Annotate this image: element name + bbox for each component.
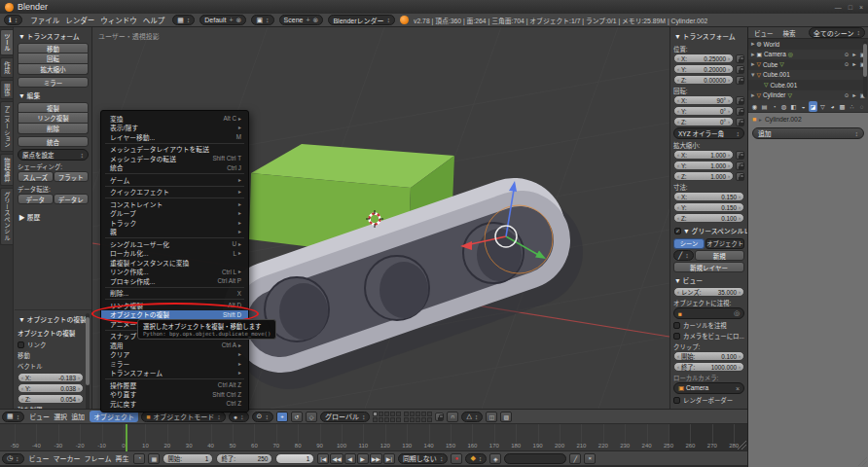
decrement-icon[interactable]: ‹: [21, 375, 23, 380]
properties-tab-physics[interactable]: ◌: [857, 101, 866, 112]
panel-header-history[interactable]: ▶ 履歴: [18, 210, 89, 224]
link-checkbox-row[interactable]: リンク: [18, 340, 84, 349]
rotation-mode-dropdown[interactable]: XYZ オイラー角 ↕: [673, 127, 744, 139]
properties-tab-texture[interactable]: ▩: [838, 101, 847, 112]
decrement-icon[interactable]: ‹: [677, 97, 679, 103]
tool-button[interactable]: リンク複製: [18, 113, 89, 124]
outliner-filter-dropdown[interactable]: 全てのシーン ↕: [809, 27, 865, 38]
outliner-row[interactable]: ▸▣Camera◎⊙►▣: [748, 50, 868, 60]
menu-item[interactable]: メッシュデータの転送Shift Ctrl T: [101, 154, 248, 163]
layer-cell[interactable]: [396, 412, 401, 416]
menu-item[interactable]: メッシュデータレイアウトを転送: [101, 145, 248, 155]
eyedropper-icon[interactable]: ◎: [734, 309, 740, 317]
timeline-menu[interactable]: マーカー: [52, 453, 83, 463]
increment-icon[interactable]: ›: [739, 215, 741, 221]
menu-item[interactable]: ミラー▸: [101, 359, 248, 369]
decrement-icon[interactable]: ‹: [677, 77, 679, 83]
shelf-tab-5[interactable]: グリースペンシル: [0, 188, 13, 244]
playback-button[interactable]: |◀: [317, 453, 329, 464]
operator-panel-header[interactable]: ▼ オブジェクトの複製: [18, 312, 84, 326]
decrement-icon[interactable]: ‹: [677, 152, 679, 158]
menu-item[interactable]: プロキシ作成...Ctrl Alt P: [101, 276, 248, 286]
rotation-field[interactable]: ‹Z:0°›: [673, 117, 734, 126]
properties-tab-material[interactable]: ◕: [828, 101, 837, 112]
menu-item[interactable]: 変換Alt C▸: [101, 114, 248, 124]
increment-icon[interactable]: ›: [728, 55, 730, 61]
start-frame-field[interactable]: 開始: 1: [163, 453, 213, 464]
menu-item[interactable]: 表示/隠す▸: [101, 124, 248, 133]
manipulator-toggle-button[interactable]: +: [276, 412, 288, 422]
scene-select[interactable]: Scene + ⊗: [279, 15, 324, 25]
decrement-icon[interactable]: ‹: [677, 108, 679, 114]
lock-icon[interactable]: [736, 65, 744, 74]
menu-item[interactable]: 適用Ctrl A▸: [101, 341, 248, 350]
lens-field[interactable]: ‹ レンズ: 35.000 ›: [673, 287, 744, 297]
vector-field[interactable]: ‹Y:0.038›: [18, 383, 84, 393]
end-frame-field[interactable]: 終了: 250: [216, 453, 272, 464]
menu-item[interactable]: 削除...X: [101, 289, 248, 299]
dimension-field[interactable]: ‹Y:0.150›: [673, 202, 744, 212]
rotation-field[interactable]: ‹X:90°›: [673, 95, 734, 105]
join-button[interactable]: 統合: [18, 136, 89, 147]
tool-button[interactable]: 拡大縮小: [18, 64, 89, 75]
timeline-menu[interactable]: 再生: [113, 453, 130, 463]
clip-end-field[interactable]: ‹ 終了: 1000.000 ›: [673, 362, 744, 372]
shading-button[interactable]: フラット: [54, 171, 90, 182]
properties-tab-world[interactable]: ◍: [779, 101, 788, 112]
selectable-icon[interactable]: ►: [851, 92, 856, 98]
location-field[interactable]: ‹Z:0.00000›: [673, 75, 734, 85]
decrement-icon[interactable]: ‹: [677, 364, 679, 370]
delete-keyframe-button[interactable]: ×: [584, 453, 596, 464]
manipulator-scale-button[interactable]: ◇: [306, 412, 317, 422]
npanel-transform-header[interactable]: ▼ トランスフォーム: [673, 29, 744, 43]
menu-item[interactable]: シングルユーザー化U▸: [101, 239, 248, 249]
menu-item[interactable]: クリア▸: [101, 350, 248, 360]
outliner-row[interactable]: ▸▽Cube▽⊙►▣: [748, 59, 868, 70]
orientation-dropdown[interactable]: グローバル ↕: [320, 412, 370, 422]
location-field[interactable]: ‹X:0.25000›: [673, 54, 734, 63]
selectable-icon[interactable]: ►: [851, 61, 856, 67]
menu-ウィンドウ[interactable]: ウィンドウ: [97, 17, 140, 25]
mirror-button[interactable]: ミラー: [18, 77, 89, 88]
increment-icon[interactable]: ›: [739, 289, 741, 295]
data-transfer-button[interactable]: データ: [18, 194, 54, 204]
increment-icon[interactable]: ›: [728, 97, 730, 103]
location-field[interactable]: ‹Y:0.20000›: [673, 64, 734, 74]
current-frame-field[interactable]: 1: [275, 453, 314, 464]
scale-field[interactable]: ‹Y:1.000›: [673, 161, 734, 170]
outliner-row[interactable]: ▽Cube.001: [748, 80, 868, 90]
layer-cell[interactable]: [427, 417, 432, 422]
outliner-menu[interactable]: 検索: [780, 28, 799, 38]
expander-icon[interactable]: ▸: [751, 51, 755, 58]
lock-camera-checkbox[interactable]: [673, 333, 680, 340]
menu-item[interactable]: 重複製インスタンスに変換: [101, 258, 248, 268]
preview-range-icon[interactable]: ◔: [133, 453, 145, 464]
screen-layout-select[interactable]: Default + ⊗: [199, 15, 246, 25]
panel-header-edit[interactable]: ▼ 編集: [18, 89, 89, 102]
decrement-icon[interactable]: ‹: [677, 194, 679, 199]
insert-keyframe-button[interactable]: ╱: [569, 453, 581, 464]
increment-icon[interactable]: ›: [739, 364, 741, 370]
properties-tab-particles[interactable]: ∴: [848, 101, 856, 112]
tool-button[interactable]: 複製: [18, 102, 89, 113]
layer-cell[interactable]: [404, 417, 409, 422]
frame-all-icon[interactable]: ▦: [148, 453, 160, 464]
menu-item[interactable]: リンク複製Alt D: [101, 301, 248, 310]
local-camera-field[interactable]: ▣ Camera ×: [673, 382, 744, 394]
lock-icon[interactable]: [736, 162, 744, 170]
properties-tab-scene[interactable]: ◔: [770, 101, 778, 112]
snap-element-dropdown[interactable]: △ ↕: [461, 412, 483, 422]
lock-icon[interactable]: [736, 118, 744, 126]
grease-pencil-checkbox[interactable]: ✓: [674, 228, 681, 234]
vector-field[interactable]: ‹X:-0.183›: [18, 373, 84, 382]
menu-item[interactable]: リンク作成...Ctrl L▸: [101, 268, 248, 277]
shelf-tab-1[interactable]: 作成: [0, 57, 13, 78]
keying-set-dropdown[interactable]: ◆ ↕: [465, 453, 487, 464]
gp-source-object[interactable]: オブジェクト: [705, 238, 744, 249]
menu-item[interactable]: ゲーム▸: [101, 175, 248, 185]
lock-icon[interactable]: [736, 151, 744, 160]
layer-cell[interactable]: [416, 417, 420, 422]
close-button[interactable]: ×: [859, 4, 863, 11]
manipulator-rotate-button[interactable]: ↺: [291, 412, 303, 422]
increment-icon[interactable]: ›: [78, 385, 80, 391]
